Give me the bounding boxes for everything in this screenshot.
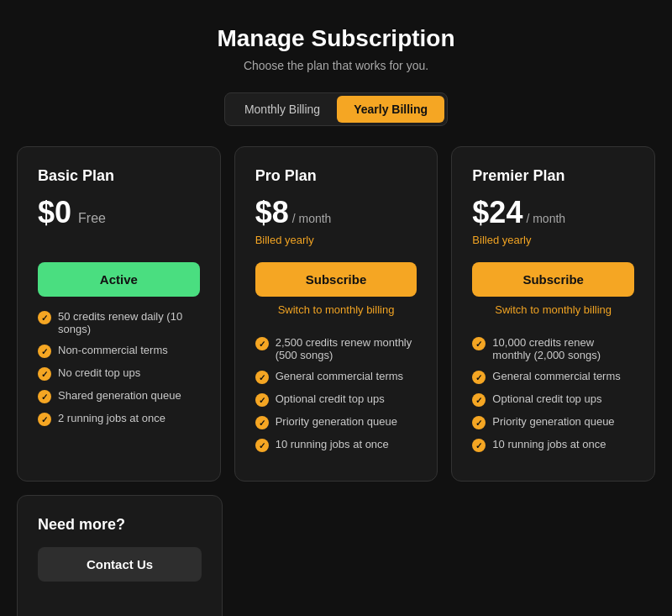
list-item: 10,000 credits renew monthly (2,000 song… [472, 336, 634, 361]
check-icon [255, 371, 269, 384]
yearly-billing-btn[interactable]: Yearly Billing [337, 96, 444, 123]
need-more-card: Need more? Contact Us Custom credit amou… [17, 495, 223, 616]
list-item: Optional credit top ups [472, 392, 634, 407]
list-item: 50 credits renew daily (10 songs) [38, 310, 200, 335]
list-item: Optional credit top ups [255, 392, 417, 407]
list-item: Non-commercial terms [38, 344, 200, 358]
list-item: No credit top ups [38, 366, 200, 381]
pro-plan-name: Pro Plan [255, 167, 417, 185]
pro-plan-card: Pro Plan $8 / month Billed yearly Subscr… [234, 146, 438, 482]
bottom-row: Need more? Contact Us Custom credit amou… [17, 495, 655, 616]
list-item: 2,500 credits renew monthly (500 songs) [255, 336, 417, 361]
pro-billed-info: Billed yearly [255, 234, 417, 249]
check-icon [255, 439, 269, 452]
premier-plan-name: Premier Plan [472, 167, 634, 185]
basic-active-btn[interactable]: Active [38, 262, 200, 297]
premier-subscribe-btn[interactable]: Subscribe [472, 262, 634, 297]
pro-subscribe-btn[interactable]: Subscribe [255, 262, 417, 297]
contact-us-btn[interactable]: Contact Us [38, 547, 202, 582]
basic-price-amount: $0 [38, 195, 71, 230]
pro-plan-price: $8 / month [255, 195, 417, 230]
plans-grid: Basic Plan $0 Free Active 50 credits ren… [17, 146, 655, 482]
check-icon [38, 311, 51, 324]
premier-plan-card: Premier Plan $24 / month Billed yearly S… [451, 146, 655, 482]
check-icon [472, 371, 486, 384]
check-icon [472, 439, 486, 452]
basic-plan-card: Basic Plan $0 Free Active 50 credits ren… [17, 146, 221, 482]
spacer [38, 595, 202, 616]
pro-switch-billing-link[interactable]: Switch to monthly billing [255, 303, 417, 316]
billing-toggle: Monthly Billing Yearly Billing [224, 92, 448, 126]
premier-switch-billing-link[interactable]: Switch to monthly billing [472, 303, 634, 316]
list-item: 10 running jobs at once [472, 438, 634, 452]
premier-billed-info: Billed yearly [472, 234, 634, 249]
check-icon [38, 367, 51, 381]
premier-price-amount: $24 [472, 195, 522, 230]
monthly-billing-btn[interactable]: Monthly Billing [228, 96, 337, 123]
basic-features-list: 50 credits renew daily (10 songs) Non-co… [38, 310, 200, 434]
premier-features-list: 10,000 credits renew monthly (2,000 song… [472, 336, 634, 461]
basic-plan-name: Basic Plan [38, 167, 200, 185]
check-icon [472, 393, 486, 407]
pro-price-period: / month [292, 212, 332, 225]
need-more-title: Need more? [38, 516, 202, 534]
basic-price-suffix: Free [78, 211, 106, 226]
basic-plan-price: $0 Free [38, 195, 200, 230]
pro-price-amount: $8 [255, 195, 289, 230]
pro-features-list: 2,500 credits renew monthly (500 songs) … [255, 336, 417, 461]
check-icon [255, 393, 269, 407]
premier-plan-price: $24 / month [472, 195, 634, 230]
list-item: Priority generation queue [255, 415, 417, 429]
list-item: 10 running jobs at once [255, 438, 417, 452]
check-icon [472, 416, 486, 429]
list-item: Shared generation queue [38, 389, 200, 403]
list-item: 2 running jobs at once [38, 412, 200, 426]
page-title: Manage Subscription [217, 25, 454, 52]
list-item: Priority generation queue [472, 415, 634, 429]
list-item: General commercial terms [472, 370, 634, 384]
list-item: General commercial terms [255, 370, 417, 384]
check-icon [38, 345, 51, 358]
check-icon [255, 416, 269, 429]
check-icon [38, 413, 51, 426]
check-icon [255, 337, 269, 350]
page-subtitle: Choose the plan that works for you. [244, 59, 428, 72]
basic-billed-info [38, 234, 200, 249]
check-icon [38, 390, 51, 403]
premier-price-period: / month [526, 212, 565, 225]
check-icon [472, 337, 486, 350]
